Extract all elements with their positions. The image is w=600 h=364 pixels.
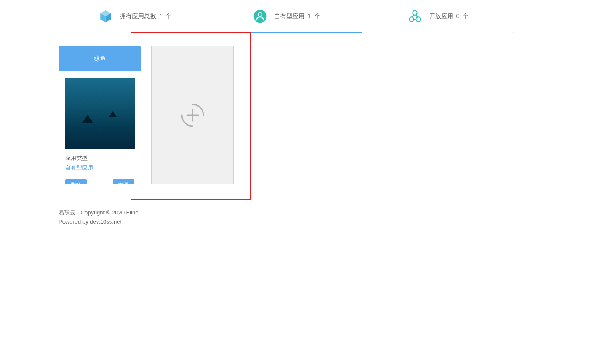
stats-owned-prefix: 自有型应用 (274, 13, 305, 20)
footer-powered: Powered by dev.10ss.net (59, 218, 600, 227)
plus-icon (180, 103, 205, 128)
stats-open-suffix: 个 (462, 13, 469, 20)
stats-owned-text: 自有型应用 1 个 (274, 13, 320, 20)
stats-total-text: 拥有应用总数 1 个 (120, 13, 172, 20)
stats-bar: 拥有应用总数 1 个 自有型应用 1 个 (59, 0, 514, 33)
stats-total-suffix: 个 (165, 13, 171, 20)
svg-point-6 (409, 17, 414, 22)
stats-owned-tab[interactable]: 自有型应用 1 个 (210, 0, 362, 32)
view-button[interactable]: 查看 (113, 179, 134, 184)
stats-open-tab[interactable]: 开放应用 0 个 (362, 0, 514, 32)
app-card: 鲸鱼 应用类型 自有型应用 删除 查看 (59, 46, 141, 184)
cube-icon (98, 9, 113, 24)
stats-open-prefix: 开放应用 (429, 13, 453, 20)
nodes-icon (407, 9, 423, 24)
app-meta-value: 自有型应用 (65, 164, 134, 172)
delete-button[interactable]: 删除 (65, 179, 87, 184)
app-card-body: 应用类型 自有型应用 删除 查看 (59, 71, 141, 184)
stats-total-prefix: 拥有应用总数 (120, 13, 156, 20)
footer-copyright: 易联云 - Copyright © 2020 Elind (59, 208, 600, 218)
app-meta-label: 应用类型 (65, 154, 134, 162)
svg-line-8 (412, 15, 414, 17)
user-icon (252, 9, 268, 24)
app-thumbnail (65, 78, 135, 149)
svg-point-7 (416, 17, 421, 22)
svg-point-5 (413, 10, 417, 15)
app-actions: 删除 查看 (65, 179, 134, 184)
svg-line-9 (416, 15, 418, 17)
stats-open-text: 开放应用 0 个 (429, 13, 469, 20)
stats-owned-suffix: 个 (314, 13, 320, 20)
stats-owned-count: 1 (308, 13, 311, 20)
active-tab-underline (210, 32, 362, 33)
add-app-card[interactable] (151, 46, 234, 184)
app-card-title: 鲸鱼 (59, 46, 141, 71)
stats-total-count: 1 (159, 13, 163, 20)
footer: 易联云 - Copyright © 2020 Elind Powered by … (59, 208, 600, 227)
app-meta: 应用类型 自有型应用 (65, 154, 134, 172)
stats-total-tab[interactable]: 拥有应用总数 1 个 (59, 0, 210, 32)
stats-open-count: 0 (456, 13, 459, 20)
cards-container: 鲸鱼 应用类型 自有型应用 删除 查看 (59, 46, 600, 184)
